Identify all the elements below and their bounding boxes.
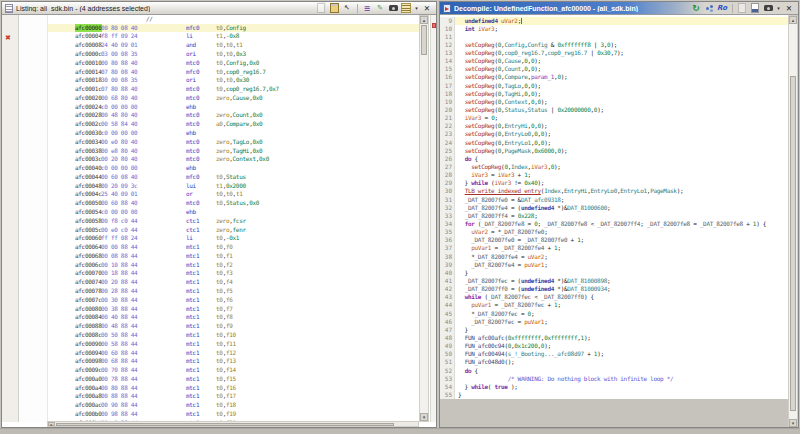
code-token[interactable]: ) { xyxy=(584,293,594,300)
code-token[interactable] xyxy=(458,155,465,162)
code-line[interactable]: 42 _DAT_82007ff0 = (undefined4 *)&DAT_81… xyxy=(440,285,788,293)
operand-token[interactable]: f12 xyxy=(226,349,236,356)
code-line[interactable]: 54 } while( true ); xyxy=(440,383,788,391)
code-token[interactable]: for xyxy=(465,220,475,227)
operand-token[interactable]: t1 xyxy=(216,32,223,39)
listing-operands[interactable]: t0,-0x1 xyxy=(216,234,239,243)
code-token[interactable]: ); xyxy=(561,73,568,80)
listing-bytes[interactable]: 00 70 88 44 xyxy=(101,366,137,375)
listing-address[interactable]: afc0008c xyxy=(75,331,102,340)
operand-token[interactable]: t0 xyxy=(216,287,223,294)
operand-token[interactable]: f9 xyxy=(226,322,233,329)
code-token[interactable]: _DAT_82007ff4 xyxy=(597,220,640,227)
code-token[interactable]: Status xyxy=(504,106,524,113)
listing-mnemonic[interactable]: mtc0 xyxy=(186,155,199,164)
code-token[interactable] xyxy=(458,334,465,341)
listing-operands[interactable]: t0,f13 xyxy=(216,357,236,366)
code-token[interactable]: DAT_81000600 xyxy=(567,204,607,211)
operand-token[interactable]: 0x0 xyxy=(249,199,259,206)
code-token[interactable]: DAT_81000934 xyxy=(567,285,607,292)
listing-address[interactable]: afc0000c xyxy=(75,50,102,59)
listing-bytes[interactable]: 00 78 88 44 xyxy=(101,375,137,384)
code-token[interactable]: Config xyxy=(504,41,524,48)
listing-bytes[interactable]: 00 20 80 40 xyxy=(101,155,137,164)
code-token[interactable]: _DAT_82007fec xyxy=(488,293,531,300)
code-token[interactable]: ; xyxy=(581,236,584,243)
listing-operands[interactable]: t0,f18 xyxy=(216,401,236,410)
code-token[interactable]: 0x40 xyxy=(524,179,537,186)
code-token[interactable]: iVar3 xyxy=(465,114,482,121)
listing-row[interactable]: afc0004c25 40 09 01ort0,t0,t1 xyxy=(48,190,419,199)
paste-icon[interactable] xyxy=(328,3,340,14)
code-line[interactable]: 32 _DAT_82007fe4 = (undefined4 *)&DAT_81… xyxy=(440,204,788,212)
listing-address[interactable]: afc00090 xyxy=(75,340,102,349)
code-token[interactable]: + xyxy=(514,171,524,178)
listing-mnemonic[interactable]: ori xyxy=(186,76,196,85)
code-token[interactable]: ); xyxy=(534,90,541,97)
listing-mnemonic[interactable]: ehb xyxy=(186,164,196,173)
listing-operands[interactable]: t0,f4 xyxy=(216,278,233,287)
listing-operands[interactable]: t0,f2 xyxy=(216,261,233,270)
code-token[interactable]: } xyxy=(458,179,471,186)
code-token[interactable]: { xyxy=(471,367,478,374)
code-token[interactable]: ); xyxy=(508,383,518,390)
listing-address[interactable]: afc00088 xyxy=(75,322,102,331)
listing-operands[interactable]: t0,f7 xyxy=(216,305,233,314)
code-line[interactable]: 47 } xyxy=(440,326,788,334)
operand-token[interactable]: f1 xyxy=(226,252,233,259)
code-token[interactable]: while xyxy=(471,383,488,390)
listing-address[interactable]: afc000b0 xyxy=(75,410,102,419)
listing-mnemonic[interactable]: mtc1 xyxy=(186,384,199,393)
operand-token[interactable]: zero xyxy=(216,147,229,154)
code-token[interactable]: ); xyxy=(544,130,551,137)
listing-address[interactable]: afc0007c xyxy=(75,296,102,305)
listing-operands[interactable]: t0,Status xyxy=(216,173,246,182)
listing-operands[interactable]: zero,fcsr xyxy=(216,217,246,226)
code-line[interactable]: 9 undefined4 uVar2; xyxy=(440,17,788,25)
listing-operands[interactable]: t0,f15 xyxy=(216,375,236,384)
code-token[interactable]: ; xyxy=(544,318,547,325)
operand-token[interactable]: f17 xyxy=(226,392,236,399)
code-token[interactable]: Config xyxy=(528,41,548,48)
code-token[interactable]: = xyxy=(690,220,700,227)
listing-operands[interactable]: t0,f6 xyxy=(216,296,233,305)
operand-token[interactable]: zero xyxy=(216,94,229,101)
code-token[interactable]: ; xyxy=(557,244,560,251)
listing-bytes[interactable]: 00 80 08 40 xyxy=(101,24,137,33)
listing-address[interactable]: afc00004 xyxy=(75,32,102,41)
code-token[interactable] xyxy=(458,98,465,105)
listing-row[interactable]: afc0005000 60 88 40mtc0t0,Status,0x0 xyxy=(48,199,419,208)
listing-row[interactable]: afc0001407 80 08 40mfc0t0,cop0_reg16.7 xyxy=(48,68,419,77)
operand-token[interactable]: Config xyxy=(226,24,246,31)
listing-bytes[interactable]: 00 48 88 44 xyxy=(101,322,137,331)
code-line[interactable]: 36 _DAT_82007fe0 = _DAT_82007fe0 + 1; xyxy=(440,236,788,244)
listing-address[interactable]: afc0006c xyxy=(75,261,102,270)
code-line[interactable]: 10 int iVar3; xyxy=(440,25,788,33)
scroll-up-icon[interactable]: ▴ xyxy=(789,16,797,24)
listing-row[interactable]: afc0002800 48 80 40mtc0zero,Count,0x0 xyxy=(48,111,419,120)
listing-row[interactable]: afc0009c00 70 88 44mtc1t0,f14 xyxy=(48,366,419,375)
operand-token[interactable]: t0 xyxy=(216,252,223,259)
operand-token[interactable]: t0 xyxy=(216,76,223,83)
code-line[interactable]: 30 TLB_write_indexed_entry(Index,EntryHi… xyxy=(440,187,788,195)
listing-mnemonic[interactable]: mtc1 xyxy=(186,366,199,375)
listing-operands[interactable]: t0,f9 xyxy=(216,322,233,331)
listing-row[interactable]: afc0002000 68 80 40mtc0zero,Cause,0x0 xyxy=(48,94,419,103)
code-token[interactable]: setCopReg xyxy=(465,73,495,80)
listing-row[interactable]: afc00040c0 00 00 00ehb xyxy=(48,164,419,173)
code-token[interactable]: { xyxy=(471,155,478,162)
code-line[interactable]: 15 setCopReg(0,Count,0,0); xyxy=(440,65,788,73)
data-type-icon[interactable]: ≡ xyxy=(361,3,373,14)
listing-mnemonic[interactable]: mtc1 xyxy=(186,278,199,287)
code-token[interactable]: = xyxy=(518,253,528,260)
code-line[interactable]: 31 _DAT_82007fe0 = &DAT_afc09318; xyxy=(440,196,788,204)
code-token[interactable]: _DAT_82007fe8 xyxy=(647,220,690,227)
code-token[interactable]: _DAT_82007fec xyxy=(501,301,544,308)
listing-bytes[interactable]: c0 00 00 00 xyxy=(101,103,137,112)
code-token[interactable]: iVar3 xyxy=(498,171,515,178)
operand-token[interactable]: t0 xyxy=(216,322,223,329)
code-token[interactable]: _DAT_82007fec xyxy=(471,318,514,325)
code-token[interactable]: = ( xyxy=(508,277,521,284)
code-token[interactable]: | xyxy=(591,41,601,48)
listing-bytes[interactable]: c0 00 00 00 xyxy=(101,164,137,173)
